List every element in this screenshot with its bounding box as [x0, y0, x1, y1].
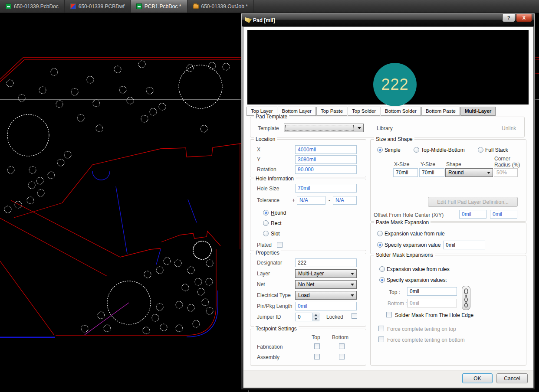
doc-tab-label: 650-01339.OutJob * [201, 3, 248, 10]
doc-tab-label: 650-01339.PcbDoc [14, 3, 59, 10]
jumper-id-stepper[interactable]: 0 [295, 313, 319, 321]
magenta-trace [85, 303, 129, 335]
designator-field[interactable]: 222 [295, 258, 357, 267]
doc-tab-label: PCB1.PcbDoc * [145, 3, 181, 10]
xsize-field[interactable]: 70mil [393, 168, 418, 177]
stepper-buttons[interactable] [312, 313, 319, 321]
ok-button[interactable]: OK [462, 373, 493, 383]
plated-checkbox[interactable] [277, 242, 283, 248]
template-label: Template [258, 125, 279, 131]
stepper-down-icon[interactable] [313, 317, 319, 321]
corner-radius-field[interactable]: 50% [494, 168, 518, 177]
stepper-up-icon[interactable] [313, 313, 319, 317]
hole-shape-round-label: Round [271, 210, 286, 216]
bright-pad-circle [193, 241, 211, 259]
testpoint-bottom-header: Bottom [329, 334, 351, 340]
tab-multi-layer[interactable]: Multi-Layer [460, 107, 496, 116]
dialog-title-bar[interactable]: Pad [mil] [242, 14, 534, 26]
tolerance-plus-field[interactable]: N/A [297, 196, 325, 205]
fabrication-label: Fabrication [257, 344, 283, 350]
tolerance-plus-sign: + [292, 197, 295, 203]
help-button[interactable]: ? [502, 14, 515, 22]
shape-header: Shape [446, 161, 461, 167]
simple-radio[interactable] [377, 147, 383, 153]
electrical-type-dropdown[interactable]: Load [295, 291, 357, 300]
solder-mask-hole-edge-checkbox[interactable] [386, 312, 392, 317]
rotation-field[interactable]: 90.000 [295, 165, 357, 174]
dialog-title: Pad [mil] [253, 17, 275, 23]
link-values-button[interactable] [462, 286, 470, 310]
offset-x-field[interactable]: 0mil [459, 210, 486, 219]
hole-shape-round-radio[interactable] [263, 210, 269, 216]
pin-pkg-length-field[interactable]: 0mil [295, 302, 357, 310]
group-caption: Testpoint Settings [254, 326, 299, 332]
tenting-top-checkbox[interactable] [378, 326, 384, 331]
layer-dropdown[interactable]: Multi-Layer [295, 269, 357, 278]
solder-bottom-field[interactable]: 0mil [407, 299, 457, 307]
tab-bottom-paste[interactable]: Bottom Paste [421, 107, 460, 116]
layer-dropdown-value: Multi-Layer [298, 271, 324, 277]
assembly-label: Assembly [257, 354, 279, 360]
doc-tab-outjob[interactable]: 650-01339.OutJob * [187, 0, 254, 13]
solder-from-rules-radio[interactable] [379, 266, 385, 272]
layer-label: Layer [257, 271, 270, 277]
paste-specify-radio[interactable] [377, 242, 383, 248]
y-label: Y [257, 157, 260, 163]
outjob-icon [193, 4, 199, 9]
template-combobox-value [285, 125, 354, 131]
paste-expansion-field[interactable]: 0mil [443, 241, 485, 249]
offset-y-field[interactable]: 0mil [490, 210, 517, 219]
assembly-bottom-checkbox[interactable] [339, 354, 345, 359]
ysize-field[interactable]: 70mil [419, 168, 444, 177]
net-label: Net [257, 281, 265, 287]
fabrication-bottom-checkbox[interactable] [339, 343, 345, 349]
corner-radius-header-line1: Corner [494, 156, 510, 162]
tab-top-paste[interactable]: Top Paste [316, 107, 347, 116]
document-tab-bar: 650-01339.PcbDoc 650-01339.PCBDwf PCB1.P… [0, 0, 539, 13]
x-field[interactable]: 4000mil [295, 145, 357, 154]
locked-checkbox[interactable] [352, 313, 357, 319]
chain-link-icon [463, 288, 469, 307]
close-button[interactable]: X [516, 14, 532, 22]
net-dropdown[interactable]: No Net [295, 280, 357, 289]
net-dropdown-value: No Net [298, 281, 314, 287]
shape-dropdown[interactable]: Round [445, 168, 493, 177]
doc-tab-pcbdoc[interactable]: 650-01339.PcbDoc [0, 0, 65, 13]
solder-from-rules-label: Expansion value from rules [387, 266, 450, 272]
pad-dialog-icon [245, 17, 252, 23]
tenting-bottom-checkbox[interactable] [378, 336, 384, 342]
jumper-id-value: 0 [296, 313, 312, 321]
hole-size-label: Hole Size [257, 186, 279, 192]
paste-from-rule-radio[interactable] [377, 231, 383, 236]
edit-full-pad-layer-definition-button[interactable]: Edit Full Pad Layer Definition... [428, 197, 518, 207]
pin-pkg-length-label: Pin/Pkg Length [257, 303, 292, 309]
assembly-top-checkbox[interactable] [314, 354, 320, 359]
hole-size-field[interactable]: 70mil [295, 184, 357, 193]
tenting-bottom-label: Force complete tenting on bottom [387, 337, 465, 343]
cancel-button[interactable]: Cancel [496, 373, 528, 383]
group-caption: Solder Mask Expansions [374, 252, 435, 258]
template-combobox[interactable] [284, 124, 364, 132]
unlink-link[interactable]: Unlink [502, 125, 516, 131]
solder-top-field[interactable]: 0mil [407, 287, 457, 296]
group-paste-mask-expansion: Paste Mask Expansion [370, 222, 526, 254]
top-middle-bottom-radio[interactable] [414, 147, 419, 153]
y-field[interactable]: 3080mil [295, 155, 357, 164]
solder-top-label: Top : [389, 289, 400, 295]
hole-shape-slot-radio[interactable] [263, 231, 269, 236]
ysize-header: Y-Size [421, 161, 435, 167]
full-stack-radio[interactable] [478, 147, 483, 153]
shape-dropdown-value: Round [448, 170, 463, 176]
chevron-down-icon [358, 127, 361, 129]
doc-tab-pcb1-active[interactable]: PCB1.PcbDoc * [131, 0, 187, 13]
chevron-down-icon [487, 172, 490, 174]
x-label: X [257, 147, 260, 153]
doc-tab-pcbdwf[interactable]: 650-01339.PCBDwf [65, 0, 131, 13]
tab-bottom-solder[interactable]: Bottom Solder [381, 107, 421, 116]
tab-top-solder[interactable]: Top Solder [348, 107, 380, 116]
hole-shape-rect-radio[interactable] [263, 220, 269, 226]
top-middle-bottom-label: Top-Middle-Bottom [421, 147, 465, 153]
solder-specify-radio[interactable] [379, 277, 385, 283]
fabrication-top-checkbox[interactable] [314, 343, 320, 349]
tolerance-minus-field[interactable]: N/A [333, 196, 357, 205]
